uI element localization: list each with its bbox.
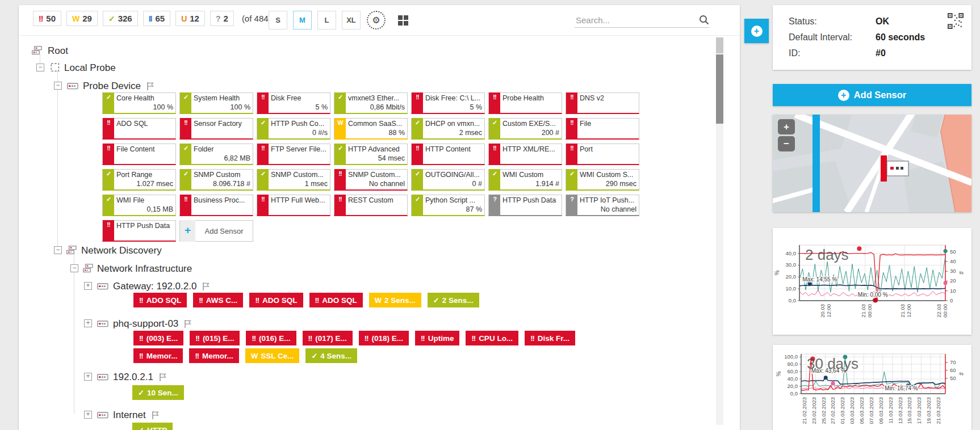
sensor-chip[interactable]: W2 Sens... bbox=[369, 293, 421, 307]
sensor-tile[interactable]: !!Sensor Factory bbox=[179, 118, 253, 140]
sensor-chip[interactable]: ✓HTTP bbox=[132, 423, 173, 430]
size-button-m[interactable]: M bbox=[293, 11, 312, 29]
sensor-tile[interactable]: !!HTTP Content bbox=[411, 144, 485, 165]
sensor-tile[interactable]: !!HTTP XML/RE... bbox=[488, 144, 562, 165]
sensor-tile[interactable]: ✓HTTP Advanced54 msec bbox=[334, 144, 408, 165]
settings-gear-icon[interactable]: ⚙ bbox=[367, 11, 386, 29]
sensor-tile[interactable]: !!REST Custom bbox=[334, 195, 408, 216]
expand-toggle[interactable]: + bbox=[84, 319, 92, 327]
status-filter-down[interactable]: !!50 bbox=[33, 11, 61, 26]
expand-toggle[interactable]: + bbox=[84, 411, 92, 419]
add-sensor-tile[interactable]: +Add Sensor bbox=[179, 220, 253, 242]
size-button-l[interactable]: L bbox=[317, 11, 336, 29]
sensor-chip[interactable]: !!Memor... bbox=[133, 348, 183, 363]
add-sensor-button[interactable]: + Add Sensor bbox=[773, 84, 971, 106]
flag-icon[interactable] bbox=[152, 411, 160, 420]
sensor-chip[interactable]: !!(016) E... bbox=[246, 331, 296, 345]
sensor-tile[interactable]: !!DNS v2 bbox=[566, 92, 639, 114]
tree-item-gateway[interactable]: Gateway: 192.0.2.0 bbox=[113, 281, 196, 292]
flag-icon[interactable] bbox=[202, 282, 210, 291]
sensor-tile[interactable]: WCommon SaaS...88 % bbox=[334, 118, 408, 140]
status-filter-up[interactable]: ✓326 bbox=[103, 11, 138, 26]
sensor-tile[interactable]: ?HTTP Push Data bbox=[488, 195, 562, 216]
sensor-tile[interactable]: !!File bbox=[566, 118, 639, 140]
map-zoom-in-button[interactable]: + bbox=[778, 119, 795, 134]
sensor-tile[interactable]: !!HTTP Push Data bbox=[102, 220, 176, 242]
sensor-chip[interactable]: !!ADO SQL bbox=[309, 293, 363, 307]
tile-view-toggle-icon[interactable] bbox=[398, 15, 408, 26]
map-zoom-out-button[interactable]: − bbox=[778, 136, 795, 151]
sensor-chip[interactable]: !!Disk Fr... bbox=[525, 331, 575, 345]
sensor-tile[interactable]: ✓Custom EXE/S...200 # bbox=[488, 118, 562, 140]
sensor-chip[interactable]: WSSL Ce... bbox=[245, 348, 300, 363]
sensor-tile[interactable]: ✓DHCP on vmxn...2 msec bbox=[411, 118, 485, 140]
search-icon[interactable] bbox=[698, 14, 710, 26]
collapse-toggle[interactable]: − bbox=[70, 264, 78, 272]
sensor-chip[interactable]: !!CPU Lo... bbox=[466, 331, 518, 345]
graph-2-days[interactable]: 0,010,020,030,040,001020304050Max: 14,55… bbox=[773, 228, 971, 335]
sensor-tile[interactable]: !!Business Proc... bbox=[179, 195, 253, 216]
sensor-chip[interactable]: !!AWS C... bbox=[193, 293, 243, 307]
scrollbar-cap[interactable] bbox=[716, 37, 723, 53]
sensor-chip[interactable]: !!Uptime bbox=[415, 331, 459, 345]
sensor-tile[interactable]: !!Port bbox=[566, 144, 639, 165]
tree-item-network-infrastructure[interactable]: Network Infrastructure bbox=[97, 263, 192, 275]
sensor-chip[interactable]: ✓2 Sens... bbox=[428, 293, 479, 307]
flag-icon[interactable] bbox=[146, 82, 154, 91]
sensor-tile[interactable]: ✓vmxnet3 Ether...0,86 Mbit/s bbox=[334, 92, 408, 114]
status-filter-unknown[interactable]: ?2 bbox=[210, 11, 234, 26]
sensor-tile[interactable]: !!Disk Free5 % bbox=[257, 92, 330, 114]
tree-item-phq-support-03[interactable]: phq-support-03 bbox=[113, 318, 178, 330]
scrollbar-thumb[interactable] bbox=[716, 54, 723, 124]
sensor-tile[interactable]: ✓WMI File0,15 MB bbox=[102, 195, 176, 216]
sensor-chip[interactable]: !!(015) E... bbox=[190, 331, 240, 345]
sensor-chip[interactable]: !!(018) E... bbox=[359, 331, 409, 345]
status-filter-paused[interactable]: II65 bbox=[143, 11, 170, 26]
tree-item-probe-device[interactable]: Probe Device bbox=[83, 81, 141, 92]
sensor-tile[interactable]: ✓HTTP Push Co...0 #/s bbox=[257, 118, 330, 140]
sensor-tile[interactable]: ✓Port Range1.027 msec bbox=[102, 169, 176, 191]
sensor-tile[interactable]: !!HTTP Full Web... bbox=[257, 195, 330, 216]
sensor-chip[interactable]: !!ADO SQL bbox=[133, 293, 187, 307]
flag-icon[interactable] bbox=[159, 373, 167, 382]
expand-toggle[interactable]: + bbox=[84, 373, 92, 381]
tree-item-internet[interactable]: Internet bbox=[113, 410, 146, 421]
sensor-tile[interactable]: !!Disk Free: C:\ L...5 % bbox=[411, 92, 485, 114]
sensor-chip[interactable]: !!Memor... bbox=[189, 348, 238, 363]
search-input[interactable] bbox=[575, 15, 698, 26]
sensor-tile[interactable]: ✓Folder6,82 MB bbox=[179, 144, 253, 165]
tree-item-local-probe[interactable]: Local Probe bbox=[64, 62, 116, 74]
sensor-chip[interactable]: ✓4 Sens... bbox=[305, 348, 357, 363]
sensor-tile[interactable]: ✓OUTGOING/All...0 # bbox=[411, 169, 485, 191]
size-button-xl[interactable]: XL bbox=[342, 11, 361, 29]
flag-icon[interactable] bbox=[184, 319, 192, 328]
sensor-tile[interactable]: ✓WMI Custom S...290 msec bbox=[566, 169, 639, 191]
graph-30-days[interactable]: 0,020,040,060,080,0100,0506070Max: 43,64… bbox=[773, 345, 971, 430]
collapse-toggle[interactable]: − bbox=[36, 64, 44, 71]
sensor-tile[interactable]: ✓WMI Custom1.914 # bbox=[488, 169, 562, 191]
collapse-toggle[interactable]: − bbox=[54, 82, 62, 90]
tree-item-192-0-2-1[interactable]: 192.0.2.1 bbox=[113, 372, 153, 383]
sensor-chip[interactable]: !!ADO SQL bbox=[249, 293, 303, 307]
sensor-tile[interactable]: !!File Content bbox=[102, 144, 176, 165]
location-map[interactable]: + − bbox=[773, 115, 971, 212]
sensor-tile[interactable]: !!FTP Server File... bbox=[257, 144, 330, 165]
qr-code-icon[interactable] bbox=[948, 13, 964, 29]
sensor-chip[interactable]: !!(017) E... bbox=[303, 331, 353, 345]
sensor-tile[interactable]: ✓System Health100 % bbox=[179, 92, 253, 114]
collapse-toggle[interactable]: − bbox=[54, 246, 62, 254]
tree-item-root[interactable]: Root bbox=[48, 45, 68, 57]
sensor-chip[interactable]: ✓10 Sen... bbox=[132, 385, 184, 400]
sensor-tile[interactable]: ✓SNMP Custom8.096.718 # bbox=[179, 169, 253, 191]
sensor-tile[interactable]: !!Probe Health bbox=[488, 92, 562, 114]
sensor-tile[interactable]: !!SNMP Custom...No channel bbox=[334, 169, 408, 191]
size-button-s[interactable]: S bbox=[269, 11, 287, 29]
expand-toggle[interactable]: + bbox=[84, 282, 92, 290]
sensor-tile[interactable]: ✓Python Script ...87 % bbox=[411, 195, 485, 216]
tree-item-network-discovery[interactable]: Network Discovery bbox=[81, 245, 162, 256]
sensor-tile[interactable]: ✓Core Health100 % bbox=[102, 92, 176, 114]
add-button[interactable]: + bbox=[744, 19, 769, 43]
sensor-tile[interactable]: ?HTTP IoT Push...No channel bbox=[566, 195, 639, 216]
sensor-chip[interactable]: !!(003) E... bbox=[133, 331, 183, 345]
sensor-tile[interactable]: !!ADO SQL bbox=[102, 118, 176, 140]
